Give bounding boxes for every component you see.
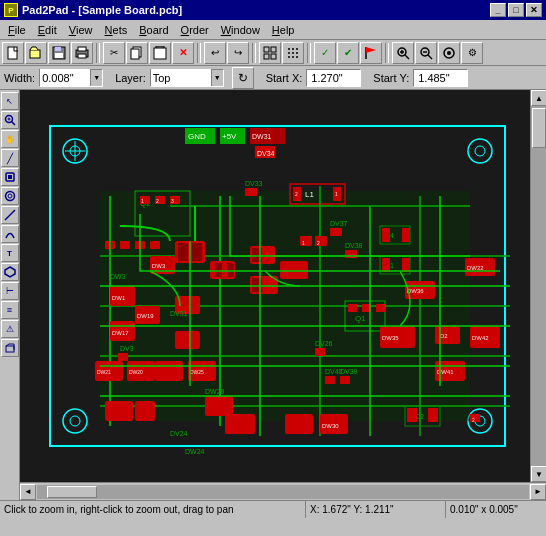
pan-tool[interactable]: ✋ xyxy=(1,130,19,148)
svg-rect-157 xyxy=(285,414,313,434)
svg-text:DV24: DV24 xyxy=(170,430,188,437)
check-button[interactable]: ✔ xyxy=(337,42,359,64)
svg-point-42 xyxy=(5,192,14,201)
grid-button[interactable] xyxy=(259,42,281,64)
layer-value[interactable]: Top xyxy=(151,69,211,87)
width-dropdown-arrow[interactable]: ▼ xyxy=(90,70,102,86)
print-button[interactable] xyxy=(71,42,93,64)
svg-text:D2: D2 xyxy=(440,333,448,339)
undo-button[interactable]: ↩ xyxy=(204,42,226,64)
copy-button[interactable] xyxy=(126,42,148,64)
paste-button[interactable] xyxy=(149,42,171,64)
zoom-out-button[interactable] xyxy=(415,42,437,64)
menu-file[interactable]: File xyxy=(2,20,32,39)
app-icon: P xyxy=(4,3,18,17)
maximize-button[interactable]: □ xyxy=(508,3,524,17)
menu-bar: File Edit View Nets Board Order Window H… xyxy=(0,20,546,40)
draw-line-tool[interactable] xyxy=(1,206,19,224)
svg-rect-145 xyxy=(340,376,350,384)
menu-window[interactable]: Window xyxy=(215,20,266,39)
svg-rect-143 xyxy=(325,376,335,384)
open-button[interactable] xyxy=(25,42,47,64)
measure-tool[interactable]: ⊢ xyxy=(1,282,19,300)
svg-rect-89 xyxy=(402,228,410,242)
bottom-scrollbar-area: ◄ ► xyxy=(20,482,546,500)
scroll-left-button[interactable]: ◄ xyxy=(20,484,36,500)
menu-help[interactable]: Help xyxy=(266,20,301,39)
route-tool[interactable]: ╱ xyxy=(1,149,19,167)
arrow-tool[interactable]: ↖ xyxy=(1,92,19,110)
grid2-button[interactable] xyxy=(282,42,304,64)
toolbar-sep-4 xyxy=(307,43,311,63)
draw-arc-tool[interactable] xyxy=(1,225,19,243)
status-bar: Click to zoom in, right-click to zoom ou… xyxy=(0,500,546,518)
zoom-in-button[interactable] xyxy=(392,42,414,64)
svg-point-20 xyxy=(292,52,294,54)
svg-rect-91 xyxy=(120,241,130,249)
menu-board[interactable]: Board xyxy=(133,20,174,39)
start-y-label: Start Y: xyxy=(373,72,409,84)
svg-text:DV31: DV31 xyxy=(170,310,188,317)
horizontal-scrollbar[interactable]: ◄ ► xyxy=(20,483,546,501)
svg-text:DW3: DW3 xyxy=(152,263,166,269)
flag-button[interactable] xyxy=(360,42,382,64)
svg-point-21 xyxy=(296,52,298,54)
redo-button[interactable]: ↪ xyxy=(227,42,249,64)
scroll-track-h[interactable] xyxy=(37,485,529,499)
svg-rect-11 xyxy=(154,48,166,59)
menu-order[interactable]: Order xyxy=(175,20,215,39)
width-value[interactable]: 0.008" xyxy=(40,69,90,87)
svg-text:DV26: DV26 xyxy=(315,340,333,347)
refresh-button[interactable]: ↻ xyxy=(232,67,254,89)
scroll-thumb-h[interactable] xyxy=(47,486,97,498)
cut-button[interactable]: ✂ xyxy=(103,42,125,64)
layers-button[interactable]: ≡ xyxy=(1,301,19,319)
3d-view-button[interactable] xyxy=(1,339,19,357)
save-button[interactable] xyxy=(48,42,70,64)
svg-text:DV37: DV37 xyxy=(330,220,348,227)
layer-dropdown-arrow[interactable]: ▼ xyxy=(211,70,223,86)
scroll-track-v[interactable] xyxy=(531,106,546,466)
svg-point-23 xyxy=(292,56,294,58)
delete-button[interactable]: ✕ xyxy=(172,42,194,64)
minimize-button[interactable]: _ xyxy=(490,3,506,17)
scroll-up-button[interactable]: ▲ xyxy=(531,90,546,106)
menu-view[interactable]: View xyxy=(63,20,99,39)
svg-rect-128 xyxy=(315,348,325,356)
svg-text:2: 2 xyxy=(295,191,298,197)
svg-rect-0 xyxy=(8,47,17,59)
svg-line-37 xyxy=(11,122,15,126)
svg-rect-149 xyxy=(135,401,155,421)
pcb-canvas[interactable]: GND +5V DW31 DV34 xyxy=(20,90,530,482)
scroll-down-button[interactable]: ▼ xyxy=(531,466,546,482)
svg-text:DW1: DW1 xyxy=(112,295,126,301)
zoom-full-button[interactable] xyxy=(438,42,460,64)
toolbar-sep-3 xyxy=(252,43,256,63)
menu-edit[interactable]: Edit xyxy=(32,20,63,39)
zoom-tool[interactable] xyxy=(1,111,19,129)
text-tool[interactable]: T xyxy=(1,244,19,262)
svg-line-32 xyxy=(428,55,432,59)
svg-rect-3 xyxy=(55,47,61,51)
close-button[interactable]: ✕ xyxy=(526,3,542,17)
svg-rect-7 xyxy=(78,54,86,58)
scroll-right-button[interactable]: ► xyxy=(530,484,546,500)
vertical-scrollbar[interactable]: ▲ ▼ xyxy=(530,90,546,482)
svg-point-18 xyxy=(296,48,298,50)
svg-rect-12 xyxy=(264,47,269,52)
scroll-thumb-v[interactable] xyxy=(532,108,546,148)
polygon-tool[interactable] xyxy=(1,263,19,281)
place-via-tool[interactable] xyxy=(1,187,19,205)
menu-nets[interactable]: Nets xyxy=(99,20,134,39)
settings-button[interactable]: ⚙ xyxy=(461,42,483,64)
place-pad-tool[interactable] xyxy=(1,168,19,186)
drc-button[interactable]: ✓ xyxy=(314,42,336,64)
start-y-value[interactable]: 1.485" xyxy=(418,72,449,84)
start-x-value[interactable]: 1.270" xyxy=(311,72,342,84)
drc-tool[interactable]: ⚠ xyxy=(1,320,19,338)
new-button[interactable] xyxy=(2,42,24,64)
svg-line-44 xyxy=(5,210,15,220)
svg-rect-163 xyxy=(428,408,438,422)
svg-point-16 xyxy=(288,48,290,50)
layer-label: Layer: xyxy=(115,72,146,84)
